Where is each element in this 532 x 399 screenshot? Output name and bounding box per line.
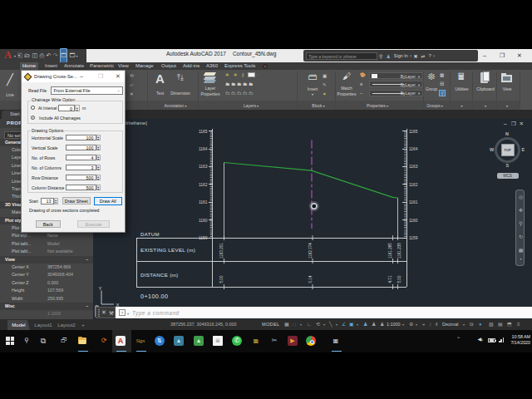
command-wrench-icon[interactable]: ⚒ — [109, 310, 114, 317]
autoscale-icon[interactable]: ♟ — [372, 319, 376, 330]
viewcube-south[interactable]: S — [506, 163, 510, 168]
signin-caret-icon[interactable]: ▾ — [410, 53, 412, 58]
layer-icon-row3[interactable]: 🗀 🗀 🗀 🗀 🗀 — [225, 91, 254, 96]
annotation-visibility-icon[interactable]: ♟ — [363, 319, 367, 330]
orange-app-icon[interactable]: ⟳ — [99, 336, 109, 346]
palette-section-misc[interactable]: Misc− — [0, 303, 93, 310]
ribbon-tab-manage[interactable]: Manage — [133, 62, 156, 70]
palette-row[interactable]: Center Z0.000 — [0, 279, 93, 287]
units-icon[interactable]: ‖ — [436, 319, 437, 330]
tray-chevron-icon[interactable]: ⌃ — [456, 336, 461, 342]
workspace-gear-icon[interactable]: ⚙ — [409, 319, 413, 330]
columns-spinner[interactable]: ▲▼ — [96, 165, 101, 171]
otrack-toggle-icon[interactable]: ∠ — [342, 319, 346, 330]
ribbon-tab-annotate[interactable]: Annotate — [62, 62, 86, 70]
infocenter-search-input[interactable]: Type a keyword or phrase — [306, 52, 377, 60]
plot-icon[interactable]: ⎙ — [40, 49, 45, 62]
app-menu-caret-icon[interactable]: ▾ — [14, 54, 16, 58]
scale-caret-icon[interactable]: ▾ — [402, 319, 404, 330]
view-caret[interactable] — [497, 102, 517, 110]
clipboard-icon[interactable] — [480, 71, 491, 85]
share-icon[interactable]: ⇄ — [421, 53, 425, 59]
horizontal-scale-spinner[interactable]: ▲▼ — [96, 135, 101, 141]
workspace-toggle-icon[interactable]: 🗔 — [60, 48, 67, 63]
snip-tool-icon[interactable]: ✂ — [269, 336, 279, 346]
snap-toggle-icon[interactable]: ⸬ — [293, 319, 296, 330]
utilities-caret[interactable] — [451, 102, 472, 110]
dialog-titlebar[interactable]: Drawing Cross-Se... – ❐ ✕ — [22, 71, 125, 82]
wcs-dropdown[interactable]: WCS — [497, 173, 519, 179]
annotation-scale-person-icon[interactable]: ♟ — [380, 319, 384, 330]
start-spinner[interactable]: ▲▼ — [54, 198, 59, 204]
annotation-scale-value[interactable]: 1:1000 — [387, 319, 401, 330]
units-caret-icon[interactable]: ▾ — [463, 319, 465, 330]
new-file-icon[interactable]: ⎗ — [17, 49, 22, 62]
start-input[interactable]: 13 — [41, 198, 54, 204]
qat-menu-caret-icon[interactable]: ▾ — [76, 54, 78, 58]
ribbon-tab-insert[interactable]: Insert — [42, 62, 60, 70]
document-app-icon[interactable]: ≣ — [213, 336, 223, 346]
search-binoculars-icon[interactable]: ⚲ — [379, 53, 382, 59]
volume-muted-icon[interactable]: ◀ₓ — [477, 336, 483, 342]
block-edit-icon[interactable]: ✎ — [323, 82, 327, 87]
command-close-icon[interactable]: ✕ — [101, 309, 106, 316]
group-edit-icon[interactable]: ▤ — [440, 81, 444, 86]
units-value[interactable]: Decimal — [442, 319, 458, 330]
layer-color-swatch[interactable] — [248, 72, 255, 77]
ribbon-tab-parametric[interactable]: Parametric — [87, 62, 116, 70]
horizontal-scale-input[interactable]: 100 — [66, 135, 96, 141]
sign-app-icon[interactable]: Sign — [135, 336, 145, 346]
draw-sheet-button[interactable]: Draw Sheet — [62, 197, 91, 204]
modify-erase-icon[interactable]: ⟲ — [130, 73, 134, 78]
window-maximize-button[interactable]: ❐ — [500, 52, 505, 59]
include-all-radio[interactable] — [31, 116, 35, 120]
gallery-app-icon[interactable]: ▲ — [194, 336, 204, 346]
showmotion-icon[interactable]: ▦ — [516, 247, 525, 253]
osnap-toggle-icon[interactable]: ▣ — [349, 319, 354, 330]
model-space-indicator[interactable]: MODEL — [262, 319, 279, 330]
isodraft-toggle-icon[interactable]: ╲ — [329, 319, 332, 330]
layer-properties-icon[interactable] — [203, 71, 218, 84]
lineweight-dropdown[interactable]: ByLayer▼ — [369, 81, 423, 87]
group-toggle-icon[interactable]: ⚲ — [439, 90, 446, 96]
customization-menu-icon[interactable]: ≡ — [517, 319, 520, 330]
drawing-close-button[interactable]: ✕ — [520, 121, 524, 127]
sign-in-button[interactable]: Sign In — [394, 53, 408, 58]
window-minimize-button[interactable]: – — [483, 52, 486, 59]
rows-input[interactable]: 4 — [66, 155, 96, 161]
insert-caret-icon[interactable]: ▾ — [303, 92, 323, 96]
chrome-icon[interactable] — [306, 336, 316, 346]
polar-caret-icon[interactable]: ▾ — [323, 319, 325, 330]
vertical-scale-spinner[interactable]: ▲▼ — [96, 145, 101, 151]
navbar-caret-icon[interactable]: ▾ — [516, 257, 525, 261]
command-bar-handle[interactable]: ✕ ⚒ — [96, 307, 116, 318]
line-tool-icon[interactable]: ╱ — [3, 73, 17, 91]
notepad-app-icon[interactable]: 🗉 — [331, 336, 341, 346]
ribbon-tab-a360[interactable]: A360 — [204, 62, 220, 70]
ribbon-tab-addins[interactable]: Add-ins — [180, 62, 202, 70]
grid-toggle-icon[interactable]: ▦ — [284, 319, 289, 330]
viewcube-west[interactable]: W — [490, 147, 494, 152]
layers-panel-label[interactable]: Layers — [230, 102, 272, 110]
whatsapp-icon[interactable]: ✆ — [232, 336, 242, 346]
isodraft-caret-icon[interactable]: ▾ — [336, 319, 337, 330]
palette-row[interactable]: Center X387254.669 — [0, 264, 93, 271]
autocad-app-menu-button[interactable]: A — [2, 50, 14, 62]
palette-section-view[interactable]: View− — [0, 256, 93, 264]
palette-row[interactable]: Height107.569 — [0, 287, 93, 294]
isolate-objects-icon[interactable]: ▨ — [489, 319, 494, 330]
palette-row[interactable]: Width250.995 — [0, 295, 93, 303]
linetype-dropdown[interactable]: ByLayer▼ — [369, 90, 423, 96]
column-distance-input[interactable]: 500 — [66, 185, 96, 191]
at-interval-radio[interactable] — [31, 106, 35, 110]
linetype-icon[interactable]: ┄ — [360, 91, 362, 96]
fullnav-wheel-icon[interactable]: ◎ — [516, 194, 525, 200]
drawing-minimize-button[interactable]: – — [504, 121, 507, 126]
redo-icon[interactable]: ↷ — [53, 49, 58, 62]
save-icon[interactable]: ◫ — [32, 49, 38, 62]
palette-row[interactable]: Plot tabl...Model — [0, 240, 93, 248]
palette-row[interactable]: Center Y3049306.404 — [0, 271, 93, 278]
polar-toggle-icon[interactable]: ⟲ — [316, 319, 320, 330]
color-wheel-icon[interactable]: 🎨 — [360, 72, 366, 77]
layer-extra-icon[interactable]: ◦ — [257, 72, 258, 77]
